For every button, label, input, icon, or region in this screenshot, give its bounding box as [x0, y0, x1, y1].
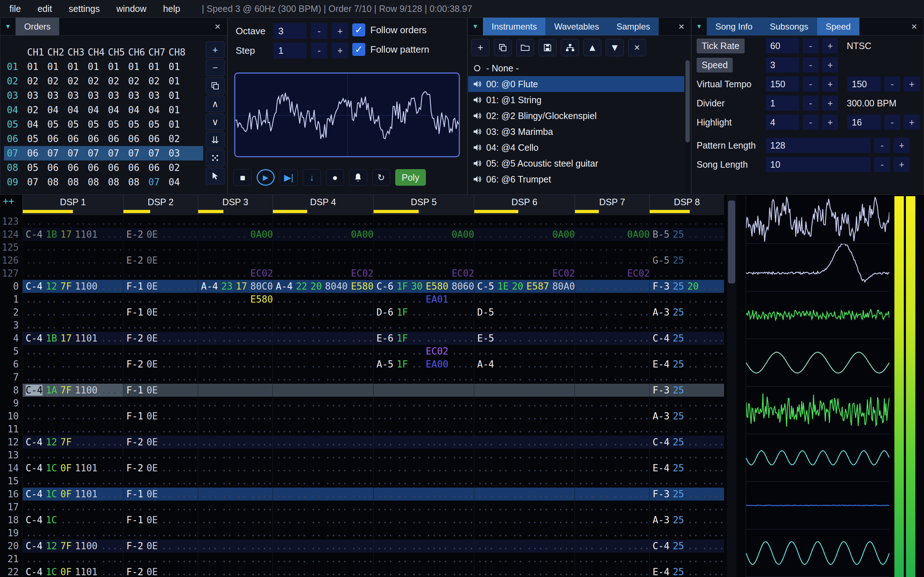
- pattern-cell[interactable]: F-20E......: [123, 566, 198, 577]
- order-cell[interactable]: 03: [168, 148, 189, 159]
- pattern-cell[interactable]: ...........: [649, 553, 724, 566]
- highlight-second-decrease-button[interactable]: -: [884, 115, 900, 130]
- order-cell[interactable]: 07: [27, 177, 47, 187]
- pattern-scrollbar[interactable]: [727, 195, 736, 577]
- divider-decrease-button[interactable]: -: [803, 95, 819, 111]
- speed-input[interactable]: 3: [766, 57, 799, 73]
- pattern-cell[interactable]: ...........: [198, 475, 273, 488]
- pattern-cell[interactable]: ...........: [198, 215, 273, 228]
- pattern-cell[interactable]: ...............: [273, 215, 373, 228]
- pattern-cell[interactable]: E-425......: [649, 462, 724, 475]
- order-cell[interactable]: 07: [68, 148, 88, 159]
- order-cell[interactable]: 04: [168, 177, 189, 187]
- close-icon[interactable]: ×: [208, 18, 227, 35]
- pattern-cell[interactable]: ...........: [575, 566, 649, 577]
- pattern-cell[interactable]: ...............: [373, 514, 474, 527]
- order-cell[interactable]: 08: [47, 177, 68, 187]
- menu-item-file[interactable]: file: [10, 3, 21, 14]
- step-input[interactable]: 1: [273, 43, 307, 58]
- pattern-length-increase-button[interactable]: +: [894, 138, 909, 153]
- pattern-cell[interactable]: ...............: [474, 566, 575, 577]
- pattern-cell[interactable]: ...........: [198, 566, 273, 577]
- pattern-cell[interactable]: ...............: [23, 449, 123, 462]
- pattern-cell[interactable]: E-20E......: [123, 254, 198, 267]
- pattern-cell[interactable]: E-5............: [474, 332, 575, 345]
- order-cell[interactable]: 03: [108, 90, 128, 101]
- pattern-length-decrease-button[interactable]: -: [874, 138, 890, 153]
- channel-header-8[interactable]: DSP 8: [649, 195, 724, 215]
- pattern-cell[interactable]: ...........: [575, 410, 649, 423]
- pattern-cell[interactable]: ...........: [649, 319, 724, 332]
- pattern-cell[interactable]: F-20E......: [123, 358, 198, 371]
- window-menu-icon[interactable]: ▼: [691, 18, 707, 35]
- pattern-cell[interactable]: ...............: [273, 358, 373, 371]
- octave-decrease-button[interactable]: -: [311, 23, 327, 39]
- pattern-cell[interactable]: .......EC02....: [373, 345, 474, 358]
- duplicate-order-button[interactable]: [206, 77, 225, 94]
- instrument-none-item[interactable]: - None -: [468, 60, 684, 76]
- order-cell[interactable]: 01: [168, 119, 189, 130]
- order-cell[interactable]: 02: [149, 76, 168, 87]
- order-row[interactable]: 080506060606060602: [4, 161, 203, 175]
- order-row[interactable]: 090708080808080704: [4, 175, 203, 189]
- pattern-cell[interactable]: ...............: [273, 410, 373, 423]
- pattern-cell[interactable]: ...........: [198, 397, 273, 410]
- order-cell[interactable]: 01: [128, 61, 149, 72]
- pattern-cell[interactable]: ...........: [575, 241, 649, 254]
- clone-instrument-button[interactable]: [494, 39, 512, 56]
- order-edit-mode-button[interactable]: [206, 168, 225, 184]
- order-cell[interactable]: 06: [68, 134, 88, 144]
- pattern-cell[interactable]: ...............: [474, 527, 575, 540]
- pattern-cell[interactable]: ...............: [373, 371, 474, 384]
- pattern-cell[interactable]: ...........: [123, 475, 198, 488]
- pattern-cell[interactable]: .......EC02: [198, 267, 273, 280]
- highlight-first-input[interactable]: 4: [766, 115, 799, 130]
- delete-instrument-button[interactable]: ×: [628, 39, 646, 56]
- order-cell[interactable]: 05: [149, 119, 168, 130]
- tick-rate-increase-button[interactable]: +: [822, 38, 838, 53]
- instrument-item[interactable]: 04: @4 Cello: [468, 140, 684, 155]
- order-row[interactable]: 030303030303030301: [4, 89, 203, 103]
- follow-pattern-checkbox[interactable]: ✓: [352, 43, 365, 56]
- pattern-cell[interactable]: ...........: [575, 280, 649, 293]
- stop-button[interactable]: ■: [234, 169, 252, 186]
- pattern-cell[interactable]: A-422208040E580: [273, 280, 373, 293]
- pattern-cell[interactable]: ...............: [23, 267, 123, 280]
- order-cell[interactable]: 06: [47, 162, 68, 173]
- pattern-cell[interactable]: ...............: [373, 397, 474, 410]
- pattern-cell[interactable]: ...............: [373, 527, 474, 540]
- pattern-cell[interactable]: ...........: [575, 215, 649, 228]
- pattern-cell[interactable]: C-41C0F1101....: [23, 462, 123, 475]
- pattern-cell[interactable]: F-20E......: [123, 462, 198, 475]
- divider-increase-button[interactable]: +: [822, 95, 838, 111]
- order-cell[interactable]: 04: [88, 105, 108, 115]
- pattern-cell[interactable]: ...............: [474, 449, 575, 462]
- instrument-item[interactable]: 00: @0 Flute: [468, 76, 684, 92]
- order-cell[interactable]: 03: [149, 90, 168, 101]
- pattern-cell[interactable]: F-10E......: [123, 488, 198, 501]
- step-row-button[interactable]: ↓: [303, 169, 321, 186]
- pattern-cell[interactable]: .......EA01....: [373, 293, 474, 306]
- song-length-decrease-button[interactable]: -: [874, 157, 890, 172]
- pattern-cell[interactable]: D-61F..........: [373, 306, 474, 319]
- pattern-cell[interactable]: ...............: [23, 423, 123, 436]
- pattern-cell[interactable]: ...........: [198, 501, 273, 514]
- pattern-cell[interactable]: B-525......: [649, 228, 724, 241]
- order-cell[interactable]: 06: [68, 162, 88, 173]
- menu-item-settings[interactable]: settings: [69, 3, 100, 14]
- pattern-cell[interactable]: ...........: [575, 397, 649, 410]
- pattern-cell[interactable]: ...........: [649, 423, 724, 436]
- pattern-cell[interactable]: ...........: [575, 345, 649, 358]
- pattern-cell[interactable]: F-10E......: [123, 280, 198, 293]
- pattern-cell[interactable]: ...........: [123, 553, 198, 566]
- pattern-cell[interactable]: ...............: [273, 384, 373, 397]
- pattern-cell[interactable]: F-10E......: [123, 384, 198, 397]
- pattern-cell[interactable]: ...........: [649, 345, 724, 358]
- speed-decrease-button[interactable]: -: [803, 57, 819, 73]
- pattern-cell[interactable]: ...............: [23, 241, 123, 254]
- pattern-cell[interactable]: ...........: [198, 436, 273, 449]
- pattern-cell[interactable]: ...............: [474, 540, 575, 553]
- order-cell[interactable]: 05: [47, 119, 68, 130]
- virtual-tempo-num-decrease-button[interactable]: -: [803, 76, 819, 92]
- pattern-cell[interactable]: ...............: [373, 462, 474, 475]
